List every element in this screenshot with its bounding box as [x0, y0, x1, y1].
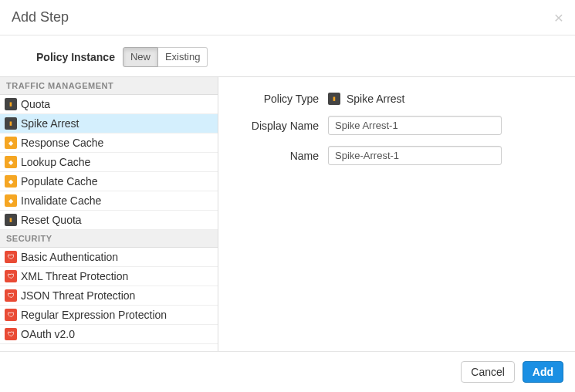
policy-item-basic-authentication[interactable]: Basic Authentication	[0, 248, 218, 267]
policy-item-label: Basic Authentication	[21, 251, 118, 263]
policy-item-label: XML Threat Protection	[21, 270, 128, 282]
close-button[interactable]: ×	[554, 9, 563, 25]
policy-item-quota[interactable]: Quota	[0, 95, 218, 114]
policy-item-label: Quota	[21, 98, 50, 110]
display-name-label: Display Name	[242, 120, 319, 132]
policy-icon	[5, 156, 17, 168]
policy-instance-toggle: New Existing	[123, 47, 208, 67]
policy-item-label: JSON Threat Protection	[21, 289, 135, 302]
details-pane: Policy Type Spike Arrest Display Name Na…	[218, 76, 575, 354]
policy-item-label: Populate Cache	[21, 175, 98, 188]
name-label: Name	[242, 150, 319, 162]
toggle-existing[interactable]: Existing	[158, 47, 208, 67]
policy-item-label: Invalidate Cache	[21, 194, 101, 207]
policy-item-oauth-v2-0[interactable]: OAuth v2.0	[0, 325, 218, 344]
policy-item-label: Regular Expression Protection	[21, 309, 167, 321]
section-header: TRAFFIC MANAGEMENT	[0, 77, 218, 95]
name-row: Name	[242, 146, 552, 165]
display-name-input[interactable]	[328, 116, 502, 135]
policy-icon	[5, 98, 17, 110]
policy-instance-row: Policy Instance New Existing	[0, 47, 575, 76]
policy-icon	[5, 194, 17, 207]
spike-arrest-icon	[328, 93, 340, 105]
policy-item-regular-expression-protection[interactable]: Regular Expression Protection	[0, 306, 218, 325]
policy-icon	[5, 309, 17, 321]
policy-item-lookup-cache[interactable]: Lookup Cache	[0, 153, 218, 172]
policy-item-label: Reset Quota	[21, 214, 82, 226]
policy-type-label: Policy Type	[242, 93, 319, 105]
modal-body: Policy Instance New Existing TRAFFIC MAN…	[0, 35, 575, 354]
policy-icon	[5, 289, 17, 302]
section-header: SECURITY	[0, 230, 218, 248]
policy-icon	[5, 137, 17, 149]
modal-title: Add Step	[12, 9, 69, 25]
policy-icon	[5, 175, 17, 188]
modal-footer: Cancel Add	[0, 351, 575, 392]
policy-icon	[5, 270, 17, 282]
policy-icon	[5, 117, 17, 130]
policy-type-text: Spike Arrest	[347, 93, 404, 105]
display-name-row: Display Name	[242, 116, 552, 135]
toggle-new[interactable]: New	[123, 47, 158, 67]
policy-sidebar: TRAFFIC MANAGEMENTQuotaSpike ArrestRespo…	[0, 76, 218, 354]
content-area: TRAFFIC MANAGEMENTQuotaSpike ArrestRespo…	[0, 76, 575, 354]
policy-icon	[5, 328, 17, 340]
policy-item-spike-arrest[interactable]: Spike Arrest	[0, 114, 218, 133]
policy-item-reset-quota[interactable]: Reset Quota	[0, 211, 218, 230]
policy-icon	[5, 251, 17, 263]
policy-instance-label: Policy Instance	[36, 51, 115, 63]
policy-item-json-threat-protection[interactable]: JSON Threat Protection	[0, 286, 218, 306]
policy-item-label: Spike Arrest	[21, 117, 79, 130]
add-button[interactable]: Add	[523, 361, 563, 383]
policy-item-label: OAuth v2.0	[21, 328, 75, 340]
policy-type-value: Spike Arrest	[328, 93, 404, 105]
policy-item-label: Lookup Cache	[21, 156, 90, 168]
policy-item-label: Response Cache	[21, 137, 103, 149]
policy-icon	[5, 214, 17, 226]
policy-item-invalidate-cache[interactable]: Invalidate Cache	[0, 191, 218, 211]
name-input[interactable]	[328, 146, 502, 165]
policy-item-response-cache[interactable]: Response Cache	[0, 133, 218, 153]
cancel-button[interactable]: Cancel	[461, 361, 515, 383]
policy-item-populate-cache[interactable]: Populate Cache	[0, 172, 218, 191]
modal-header: Add Step ×	[0, 0, 575, 35]
policy-type-row: Policy Type Spike Arrest	[242, 93, 552, 105]
policy-item-xml-threat-protection[interactable]: XML Threat Protection	[0, 267, 218, 286]
